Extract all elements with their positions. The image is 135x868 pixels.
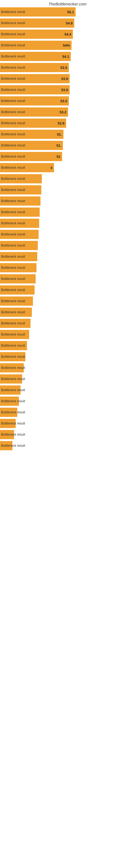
list-item: Bottleneck result4 [0,163,135,172]
bar-label: Bottleneck result [1,55,25,58]
list-item: Bottleneck result [0,419,135,428]
bar-label: Bottleneck result [1,43,25,47]
bar-value: 51 [57,155,60,159]
list-item: Bottleneck result54.1 [0,52,135,61]
list-item: Bottleneck result53.9 [0,85,135,94]
bar-label: Bottleneck result [1,321,25,325]
bar-label: Bottleneck result [1,410,25,414]
bar-label: Bottleneck result [1,232,25,236]
list-item: Bottleneck result54% [0,41,135,50]
bar-label: Bottleneck result [1,110,25,114]
list-item: Bottleneck result [0,341,135,350]
bar-value: 53.9 [61,88,68,92]
list-item: Bottleneck result51 [0,152,135,161]
bar-label: Bottleneck result [1,177,25,181]
bar-label: Bottleneck result [1,422,25,425]
bar-label: Bottleneck result [1,99,25,103]
site-header: TheBottlenecker.com [0,0,135,7]
bar-label: Bottleneck result [1,66,25,69]
bar-value: 54.4 [64,32,71,36]
bar-label: Bottleneck result [1,199,25,203]
bar-value: 53.5 [60,66,67,70]
bar-value: 54.1 [62,55,69,59]
bar-label: Bottleneck result [1,266,25,270]
list-item: Bottleneck result [0,363,135,372]
bar-label: Bottleneck result [1,88,25,92]
list-item: Bottleneck result [0,285,135,294]
bar-label: Bottleneck result [1,399,25,403]
bar-label: Bottleneck result [1,32,25,36]
bar-value: 54% [63,43,70,48]
bar-label: Bottleneck result [1,166,25,169]
bar-label: Bottleneck result [1,344,25,347]
bar-label: Bottleneck result [1,221,25,225]
bar-label: Bottleneck result [1,244,25,247]
bar-value: 53.5 [60,99,67,103]
list-item: Bottleneck result [0,408,135,417]
list-item: Bottleneck result [0,352,135,361]
bar-label: Bottleneck result [1,155,25,158]
list-item: Bottleneck result [0,230,135,239]
bar-value: 53.2 [60,110,66,114]
list-item: Bottleneck result53.9 [0,74,135,83]
list-item: Bottleneck result55.1 [0,7,135,17]
bar-label: Bottleneck result [1,21,25,25]
list-item: Bottleneck result [0,374,135,383]
bar-label: Bottleneck result [1,188,25,192]
list-item: Bottleneck result [0,263,135,272]
bar-value: 55.1 [67,10,74,14]
list-item: Bottleneck result [0,219,135,228]
bar-label: Bottleneck result [1,144,25,147]
list-item: Bottleneck result [0,441,135,450]
list-item: Bottleneck result [0,241,135,250]
bar-label: Bottleneck result [1,288,25,292]
list-item: Bottleneck result51. [0,130,135,139]
bar-label: Bottleneck result [1,333,25,336]
bar-label: Bottleneck result [1,77,25,81]
list-item: Bottleneck result [0,430,135,439]
list-item: Bottleneck result [0,330,135,339]
bar-label: Bottleneck result [1,388,25,392]
list-item: Bottleneck result [0,397,135,406]
list-item: Bottleneck result [0,174,135,183]
list-item: Bottleneck result53.5 [0,63,135,72]
list-item: Bottleneck result53.2 [0,107,135,117]
list-item: Bottleneck result [0,252,135,261]
bar-value: 54.8 [66,21,73,25]
bar-value: 51. [57,132,62,136]
list-item: Bottleneck result [0,319,135,328]
bar-label: Bottleneck result [1,366,25,370]
bar-label: Bottleneck result [1,377,25,381]
bar-label: Bottleneck result [1,355,25,359]
list-item: Bottleneck result [0,297,135,306]
bar-value: 53.9 [61,77,68,81]
bar-label: Bottleneck result [1,210,25,214]
bar-label: Bottleneck result [1,444,25,447]
bar-value: 52.6 [58,121,64,125]
bar-label: Bottleneck result [1,433,25,436]
list-item: Bottleneck result52.6 [0,119,135,128]
list-item: Bottleneck result [0,196,135,206]
list-item: Bottleneck result [0,208,135,217]
bar-value: 4 [50,166,52,170]
list-item: Bottleneck result54.8 [0,19,135,28]
list-item: Bottleneck result [0,385,135,395]
bar-label: Bottleneck result [1,132,25,136]
bar-label: Bottleneck result [1,255,25,258]
list-item: Bottleneck result53.5 [0,96,135,105]
bar-label: Bottleneck result [1,299,25,303]
bar-value: 51. [56,144,61,148]
list-item: Bottleneck result [0,274,135,283]
list-item: Bottleneck result54.4 [0,30,135,39]
bar-label: Bottleneck result [1,10,25,14]
list-item: Bottleneck result [0,185,135,194]
bar-label: Bottleneck result [1,277,25,281]
bar-label: Bottleneck result [1,310,25,314]
list-item: Bottleneck result51. [0,141,135,150]
bar-label: Bottleneck result [1,121,25,125]
list-item: Bottleneck result [0,308,135,317]
